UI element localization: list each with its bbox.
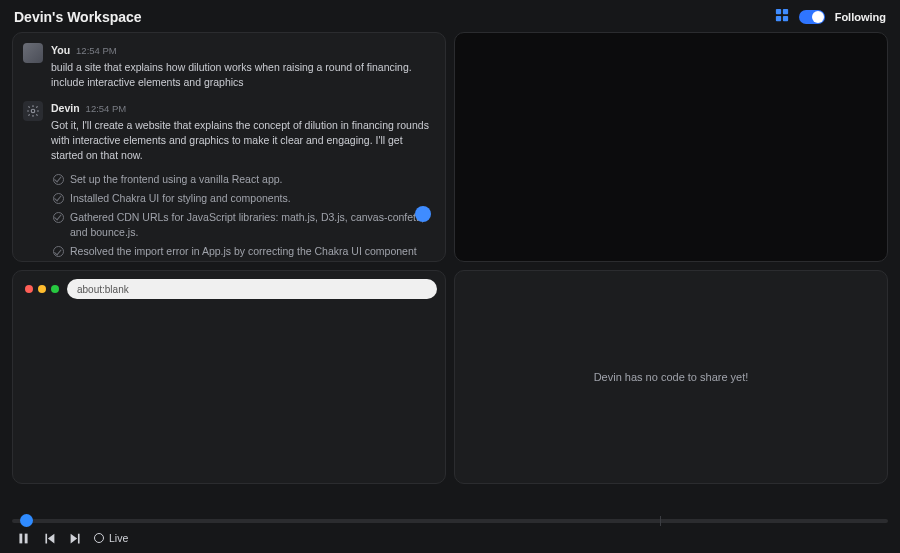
svg-rect-0 xyxy=(776,9,781,14)
message-devin: Devin 12:54 PM Got it, I'll create a web… xyxy=(23,101,433,262)
live-icon xyxy=(94,533,104,543)
workspace-grid: You 12:54 PM build a site that explains … xyxy=(0,32,900,484)
check-icon xyxy=(53,246,64,257)
code-empty-message: Devin has no code to share yet! xyxy=(594,371,749,383)
timeline-playhead[interactable] xyxy=(20,514,33,527)
task-item: Set up the frontend using a vanilla Reac… xyxy=(53,172,433,187)
message-text: build a site that explains how dilution … xyxy=(51,60,433,90)
message-user: You 12:54 PM build a site that explains … xyxy=(23,43,433,91)
url-input[interactable]: about:blank xyxy=(67,279,437,299)
svg-rect-2 xyxy=(776,16,781,21)
preview-panel xyxy=(454,32,888,262)
message-time: 12:54 PM xyxy=(76,44,117,58)
task-text: Installed Chakra UI for styling and comp… xyxy=(70,191,291,206)
task-list: Set up the frontend using a vanilla Reac… xyxy=(51,172,433,262)
pause-button[interactable] xyxy=(16,531,30,545)
message-author: Devin xyxy=(51,101,80,116)
browser-panel: about:blank xyxy=(12,270,446,484)
following-toggle[interactable] xyxy=(799,10,825,24)
maximize-window-icon[interactable] xyxy=(51,285,59,293)
timeline: Live xyxy=(12,519,888,545)
window-controls xyxy=(21,285,59,293)
avatar-user xyxy=(23,43,43,63)
timeline-marker xyxy=(660,516,661,526)
live-button[interactable]: Live xyxy=(94,532,128,544)
message-time: 12:54 PM xyxy=(86,102,127,116)
grid-view-icon[interactable] xyxy=(775,8,789,26)
check-icon xyxy=(53,174,64,185)
task-item: Installed Chakra UI for styling and comp… xyxy=(53,191,433,206)
live-label: Live xyxy=(109,532,128,544)
check-icon xyxy=(53,212,64,223)
conversation-panel: You 12:54 PM build a site that explains … xyxy=(12,32,446,262)
task-item: Gathered CDN URLs for JavaScript librari… xyxy=(53,210,433,240)
task-text: Gathered CDN URLs for JavaScript librari… xyxy=(70,210,433,240)
minimize-window-icon[interactable] xyxy=(38,285,46,293)
header: Devin's Workspace Following xyxy=(0,0,900,32)
avatar-devin xyxy=(23,101,43,121)
message-text: Got it, I'll create a website that expla… xyxy=(51,118,433,164)
skip-back-button[interactable] xyxy=(42,531,56,545)
svg-rect-5 xyxy=(19,533,22,543)
playback-controls: Live xyxy=(12,531,888,545)
url-value: about:blank xyxy=(77,284,129,295)
task-text: Set up the frontend using a vanilla Reac… xyxy=(70,172,282,187)
check-icon xyxy=(53,193,64,204)
task-text: Resolved the import error in App.js by c… xyxy=(70,244,433,262)
svg-rect-6 xyxy=(24,533,27,543)
close-window-icon[interactable] xyxy=(25,285,33,293)
svg-point-4 xyxy=(31,109,35,113)
svg-rect-1 xyxy=(783,9,788,14)
scroll-indicator-icon[interactable] xyxy=(415,206,431,222)
task-item: Resolved the import error in App.js by c… xyxy=(53,244,433,262)
skip-forward-button[interactable] xyxy=(68,531,82,545)
timeline-track[interactable] xyxy=(12,519,888,523)
workspace-title: Devin's Workspace xyxy=(14,9,142,25)
browser-toolbar: about:blank xyxy=(21,279,437,299)
svg-rect-3 xyxy=(783,16,788,21)
message-author: You xyxy=(51,43,70,58)
header-actions: Following xyxy=(775,8,886,26)
code-panel: Devin has no code to share yet! xyxy=(454,270,888,484)
following-label: Following xyxy=(835,11,886,23)
